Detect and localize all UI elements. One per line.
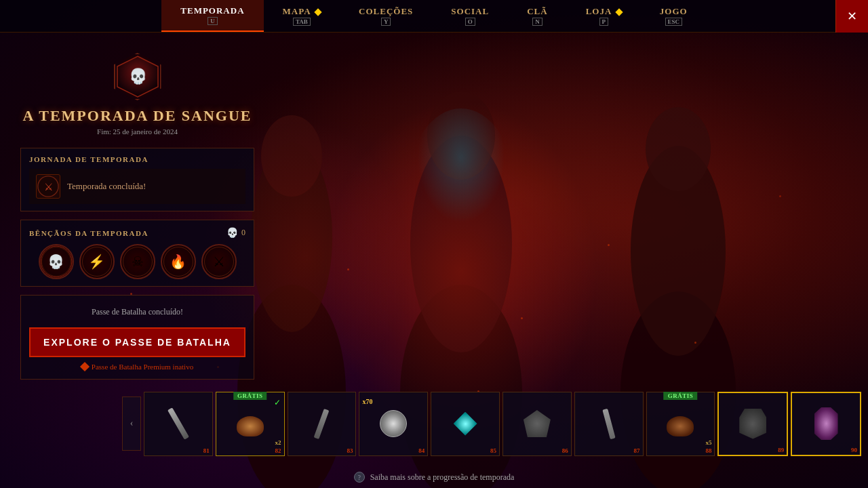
emblem-shape: 💀: [114, 53, 161, 100]
blessing-item-3[interactable]: ☠: [120, 244, 155, 279]
nav-colecoes[interactable]: COLEÇÕES Y: [340, 0, 432, 32]
reward-image-89: [734, 405, 772, 443]
nav-cla[interactable]: CLÃ N: [508, 0, 566, 32]
nav-temporada[interactable]: TEMPORADA U: [161, 0, 263, 32]
journey-section-title: JORNADA DE TEMPORADA: [29, 155, 245, 163]
blessing-item-5[interactable]: ⚔: [201, 244, 237, 279]
svg-point-8: [646, 107, 711, 191]
reward-multiplier-88: x5: [705, 439, 711, 446]
nav-loja-label: LOJA: [586, 6, 622, 17]
nav-loja[interactable]: LOJA P: [567, 0, 641, 32]
reward-num-83: 83: [347, 447, 353, 454]
premium-inactive-text: Passe de Batalha Premium inativo: [92, 363, 193, 371]
blessings-header: BÊNÇÃOS DA TEMPORADA 💀 0: [29, 227, 245, 239]
nav-temporada-label: TEMPORADA: [180, 5, 244, 16]
reward-num-82: 82: [275, 447, 281, 454]
season-title: A TEMPORADA DE SANGUE: [20, 107, 254, 125]
reward-item-86[interactable]: 86: [502, 392, 572, 456]
explore-battlepass-button[interactable]: EXPLORE O PASSE DE BATALHA: [29, 327, 245, 357]
blessing-icon-4: 🔥: [170, 253, 186, 270]
glyph-icon: [454, 412, 477, 436]
blessings-count-value: 0: [241, 228, 245, 238]
journey-content: ⚔ Temporada concluída!: [29, 169, 245, 204]
reward-item-81[interactable]: 81: [144, 392, 213, 456]
journey-icon: ⚔: [36, 174, 60, 199]
blessing-icon-2: ⚡: [88, 253, 105, 270]
reward-num-87: 87: [634, 447, 640, 454]
blessings-section-title: BÊNÇÃOS DA TEMPORADA: [29, 229, 149, 237]
season-end-date: Fim: 25 de janeiro de 2024: [20, 127, 254, 136]
svg-text:⚔: ⚔: [44, 182, 53, 192]
reward-num-84: 84: [418, 447, 425, 454]
reward-image-86: [518, 405, 555, 443]
skull-icon: 💀: [226, 227, 238, 239]
diamond-icon: [80, 362, 90, 371]
blessing-item-1[interactable]: 💀: [39, 244, 74, 279]
nav-colecoes-label: COLEÇÕES: [359, 6, 413, 17]
reward-item-85[interactable]: 85: [431, 392, 500, 456]
reward-num-81: 81: [203, 447, 210, 454]
reward-item-89[interactable]: 89: [717, 392, 788, 456]
nav-social-label: SOCIAL: [451, 6, 489, 17]
blessings-section: BÊNÇÃOS DA TEMPORADA 💀 0 💀 ⚡ ☠ 🔥: [20, 220, 254, 287]
scythe-icon: [314, 408, 330, 439]
nav-loja-key: P: [599, 18, 609, 26]
blessing-icon-3: ☠: [132, 253, 144, 270]
battlepass-completed-text: Passe de Batalha concluído!: [29, 304, 245, 321]
nav-colecoes-key: Y: [381, 18, 391, 26]
reward-item-90[interactable]: 90: [791, 392, 861, 456]
scroll-left-button[interactable]: ‹: [122, 396, 141, 451]
reward-item-88[interactable]: GRÁTIS x5 88: [646, 392, 715, 456]
armor-icon: [739, 409, 766, 439]
nav-jogo[interactable]: JOGO ESC: [641, 0, 707, 32]
blessing-item-4[interactable]: 🔥: [161, 244, 196, 279]
reward-image-88: [662, 408, 699, 445]
svg-point-11: [407, 108, 515, 271]
reward-image-83: [303, 405, 340, 443]
nav-mapa[interactable]: MAPA TAB: [264, 0, 340, 32]
mapa-gem-icon: [314, 8, 321, 16]
nav-social-key: O: [465, 18, 475, 26]
premium-inactive-notice: Passe de Batalha Premium inativo: [29, 363, 245, 371]
close-button[interactable]: ✕: [835, 0, 868, 33]
reward-image-82: [231, 408, 269, 445]
blessing-icon-5: ⚔: [213, 253, 225, 270]
blessings-grid: 💀 ⚡ ☠ 🔥 ⚔: [29, 244, 245, 279]
info-text: Saiba mais sobre a progressão de tempora…: [370, 472, 515, 483]
reward-item-87[interactable]: 87: [574, 392, 644, 456]
chevron-left-icon: ‹: [130, 418, 134, 429]
nav-temporada-key: U: [208, 17, 218, 25]
reward-image-85: [447, 405, 484, 443]
nav-social[interactable]: SOCIAL O: [432, 0, 508, 32]
sword-icon: [167, 407, 189, 439]
reward-multiplier-84: x70: [362, 398, 372, 405]
reward-image-84: [375, 405, 412, 443]
reward-item-82[interactable]: GRÁTIS ✓ x2 82: [216, 392, 285, 456]
reward-num-86: 86: [562, 447, 568, 454]
season-header: 💀 A TEMPORADA DE SANGUE Fim: 25 de janei…: [20, 53, 254, 136]
journey-status-text: Temporada concluída!: [67, 181, 146, 192]
reward-label-88: GRÁTIS: [664, 392, 698, 400]
nav-cla-label: CLÃ: [527, 6, 547, 17]
reward-num-90: 90: [851, 447, 857, 453]
reward-bar: ‹ 81 GRÁTIS ✓ x2 82 83 x70 84: [122, 386, 861, 461]
reward-image-87: [590, 405, 627, 443]
axe-icon: [602, 408, 615, 439]
demon-icon: [524, 410, 551, 437]
journey-section: JORNADA DE TEMPORADA ⚔ Temporada concluí…: [20, 148, 254, 211]
season-emblem: 💀: [114, 53, 161, 100]
reward-label-82: GRÁTIS: [233, 392, 267, 400]
pile2-icon: [667, 416, 694, 436]
reward-num-85: 85: [490, 447, 496, 454]
reward-item-83[interactable]: 83: [288, 392, 357, 456]
blessings-count: 💀 0: [226, 227, 245, 239]
loja-gem-icon: [615, 8, 623, 16]
reward-item-84[interactable]: x70 84: [359, 392, 428, 456]
pile-icon: [237, 416, 264, 436]
orb-icon: [380, 410, 407, 437]
reward-image-90: [808, 405, 845, 443]
reward-num-88: 88: [705, 447, 711, 454]
info-bar: ? Saiba mais sobre a progressão de tempo…: [0, 472, 868, 483]
close-icon: ✕: [847, 9, 857, 24]
blessing-item-2[interactable]: ⚡: [79, 244, 115, 279]
